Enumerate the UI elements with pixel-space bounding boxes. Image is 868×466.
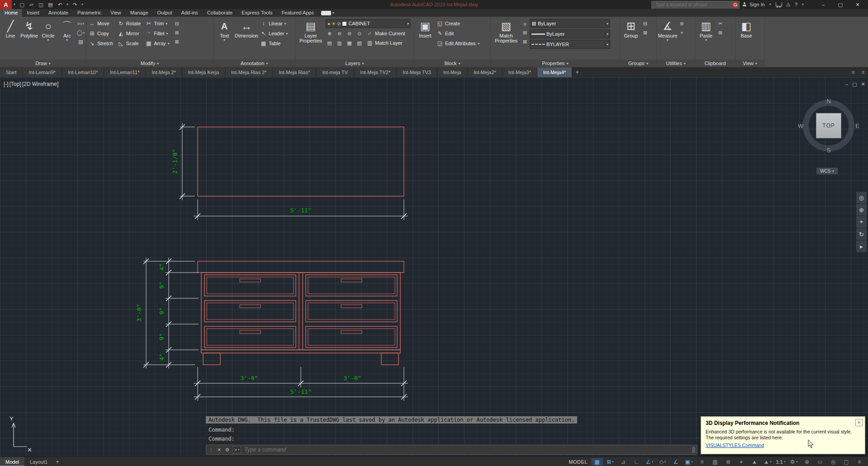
trim-button[interactable]: ✂Trim▾ bbox=[144, 19, 170, 28]
file-tab[interactable]: Int-meja TV bbox=[316, 67, 354, 77]
nav-pan-icon[interactable]: ⊕ bbox=[856, 204, 867, 216]
panel-label-layers[interactable]: Layers▾ bbox=[295, 60, 414, 67]
visualstyles-command-link[interactable]: VISUALSTYLES Command bbox=[706, 442, 860, 448]
file-tab[interactable]: Int-Meja TV2* bbox=[354, 67, 397, 77]
file-tab-list-icon[interactable]: ≡ bbox=[848, 67, 858, 77]
viewport-restore-icon[interactable]: ▢ bbox=[852, 81, 857, 87]
quick-select-button[interactable]: ⊚ bbox=[678, 20, 686, 27]
command-grip-icon[interactable]: ⋮ bbox=[208, 447, 214, 453]
edit-block-button[interactable]: ✎Edit bbox=[436, 29, 480, 38]
dynamic-input-toggle[interactable]: ⌖ bbox=[735, 458, 747, 466]
annotation-monitor-toggle[interactable]: ⊕ bbox=[801, 458, 813, 466]
lineweight-select[interactable]: ByLayer▾ bbox=[530, 29, 610, 38]
file-tab[interactable]: Int-Lemari9* bbox=[23, 67, 62, 77]
text-button[interactable]: AText▾ bbox=[215, 18, 234, 59]
arc-button[interactable]: ⌒Arc▾ bbox=[58, 18, 76, 59]
ribbon-tab-insert[interactable]: Insert bbox=[22, 9, 44, 17]
file-tab[interactable]: Int-Meja Rias* bbox=[273, 67, 316, 77]
linear-button[interactable]: ↕Linear▾ bbox=[259, 19, 289, 28]
ribbon-tab-express-tools[interactable]: Express Tools bbox=[237, 9, 277, 17]
polar-toggle[interactable]: ∠▾ bbox=[644, 458, 655, 466]
linetype-select[interactable]: BYLAYER▾ bbox=[530, 40, 610, 49]
layer-lock-button[interactable]: ⊙ bbox=[356, 30, 363, 37]
model-tab[interactable]: Model bbox=[0, 457, 24, 466]
maximize-button[interactable]: ▢ bbox=[832, 0, 849, 9]
drawing-canvas[interactable] bbox=[0, 77, 868, 457]
stretch-button[interactable]: ↘Stretch bbox=[88, 39, 114, 47]
dimension-button[interactable]: ↔Dimension bbox=[235, 18, 258, 59]
file-tab[interactable]: Int-Meja3* bbox=[503, 67, 537, 77]
panel-label-groups[interactable]: Groups▾ bbox=[620, 60, 656, 67]
ribbon-tab-collaborate[interactable]: Collaborate bbox=[203, 9, 237, 17]
file-tab[interactable]: Int-Lemari10* bbox=[62, 67, 104, 77]
qat-customize-caret-icon[interactable]: ▾ bbox=[80, 0, 85, 9]
grid-toggle[interactable]: ▦ bbox=[591, 458, 603, 466]
match-properties-button[interactable]: ▧Match Properties bbox=[492, 18, 520, 59]
base-button[interactable]: ◧Base bbox=[737, 18, 756, 59]
paste-button[interactable]: ▥Paste▾ bbox=[697, 18, 716, 59]
workspace-switching-button[interactable]: ⚙▾ bbox=[788, 458, 800, 466]
close-button[interactable]: ✕ bbox=[849, 0, 866, 9]
viewport-view-button[interactable]: [Top] bbox=[9, 81, 21, 87]
circle-button[interactable]: ○Circle▾ bbox=[39, 18, 57, 59]
ribbon-display-toggle[interactable]: ▾ bbox=[321, 9, 334, 17]
selection-cycling-toggle[interactable]: ⊚ bbox=[722, 458, 734, 466]
model-space-button[interactable]: MODEL bbox=[569, 459, 588, 465]
match-layer-button[interactable]: ▥Match Layer bbox=[365, 39, 403, 47]
object-color-select[interactable]: ByLayer▾ bbox=[530, 19, 610, 28]
file-tab[interactable]: Int-Lemari11* bbox=[104, 67, 146, 77]
file-tab[interactable]: Int-Meja Kerja bbox=[182, 67, 225, 77]
line-button[interactable]: ╱Line bbox=[1, 18, 19, 59]
layer-freeze-button[interactable]: ⊘ bbox=[346, 30, 353, 37]
fillet-button[interactable]: ◝Fillet▾ bbox=[144, 29, 170, 38]
insert-button[interactable]: ▣Insert bbox=[416, 18, 435, 59]
alert-icon[interactable]: ⚠ bbox=[785, 2, 792, 8]
nav-wheel-icon[interactable]: ◎ bbox=[856, 192, 867, 203]
viewcube-north[interactable]: N bbox=[826, 98, 830, 104]
viewcube-south[interactable]: S bbox=[827, 147, 831, 154]
command-scroll-handle[interactable] bbox=[692, 447, 695, 453]
panel-label-block[interactable]: Block▾ bbox=[414, 60, 490, 67]
panel-label-utilities[interactable]: Utilities▾ bbox=[657, 60, 695, 67]
command-input[interactable] bbox=[243, 446, 690, 453]
clean-screen-toggle[interactable]: ▢ bbox=[840, 458, 852, 466]
nav-zoom-icon[interactable]: ⌖ bbox=[856, 216, 867, 228]
viewport-minimize-icon[interactable]: – bbox=[845, 81, 848, 87]
rotate-button[interactable]: ↻Rotate bbox=[117, 19, 142, 28]
file-tab[interactable]: Int-Meja Rias 2* bbox=[225, 67, 273, 77]
ribbon-tab-home[interactable]: Home bbox=[0, 9, 22, 17]
erase-button[interactable]: ⊟ bbox=[173, 20, 181, 27]
nav-motion-icon[interactable]: ▸ bbox=[856, 240, 867, 252]
viewport-controls-button[interactable]: [-] bbox=[4, 81, 9, 87]
ribbon-tab-parametric[interactable]: Parametric bbox=[73, 9, 106, 17]
layer-properties-button[interactable]: ▤Layer Properties bbox=[297, 18, 325, 59]
ribbon-tab-featured-apps[interactable]: Featured Apps bbox=[277, 9, 318, 17]
sign-in-caret-icon[interactable]: ▾ bbox=[768, 0, 773, 9]
sign-in-button[interactable]: Sign In bbox=[749, 2, 765, 7]
move-button[interactable]: ↔Move bbox=[88, 19, 114, 28]
layer-select[interactable]: ● ☀ ⊘ CABINET ▾ bbox=[326, 19, 411, 28]
array-button[interactable]: ▦Array▾ bbox=[144, 39, 170, 47]
ortho-toggle[interactable]: ∟ bbox=[631, 458, 642, 466]
measure-button[interactable]: ∡Measure▾ bbox=[658, 18, 677, 59]
search-input[interactable] bbox=[655, 2, 732, 8]
polyline-button[interactable]: ↯Polyline bbox=[20, 18, 38, 59]
snap-toggle[interactable]: ⊞▾ bbox=[604, 458, 616, 466]
nav-orbit-icon[interactable]: ↻ bbox=[856, 228, 867, 240]
minimize-button[interactable]: – bbox=[815, 0, 832, 9]
isodraft-toggle[interactable]: ◇▾ bbox=[657, 458, 669, 466]
ribbon-tab-view[interactable]: View bbox=[106, 9, 126, 17]
file-tab[interactable]: Int-Meja bbox=[437, 67, 468, 77]
viewport-close-icon[interactable]: ✕ bbox=[861, 81, 865, 87]
panel-label-view[interactable]: View▾ bbox=[735, 60, 764, 67]
new-layout-button[interactable]: + bbox=[53, 457, 62, 466]
ellipse-button[interactable]: ◯▾ bbox=[77, 29, 85, 36]
ungroup-button[interactable]: ⊟ bbox=[641, 20, 649, 27]
ribbon-tab-annotate[interactable]: Annotate bbox=[44, 9, 73, 17]
command-customize-icon[interactable]: ⚙ bbox=[224, 447, 230, 453]
layout1-tab[interactable]: Layout1 bbox=[24, 457, 53, 466]
layer-isolate-button[interactable]: ⊖ bbox=[336, 30, 343, 37]
undo-caret-icon[interactable]: ▾ bbox=[65, 0, 70, 9]
explode-button[interactable]: ⊞ bbox=[173, 29, 181, 36]
command-close-icon[interactable]: ✕ bbox=[216, 447, 222, 453]
